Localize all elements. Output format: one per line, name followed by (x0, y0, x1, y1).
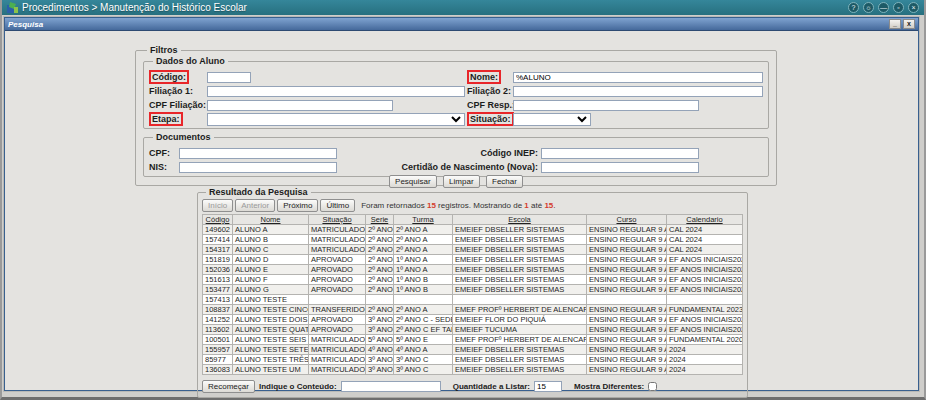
table-cell (309, 295, 366, 305)
table-cell: EF ANOS INICIAIS2023 (667, 315, 743, 325)
table-cell: MATRICULADO (309, 225, 366, 235)
recomecar-button[interactable]: Recomeçar (202, 380, 255, 393)
table-cell: CAL 2024 (667, 245, 743, 255)
table-cell: EMEIEF DBSELLER SISTEMAS (453, 225, 587, 235)
window-close-button[interactable]: x (903, 19, 915, 29)
table-cell: ALUNO TESTE CINCO (233, 305, 309, 315)
table-row[interactable]: 85977ALUNO TESTE TRÊSMATRICULADO3º ANO3º… (203, 355, 743, 365)
table-cell: EMEF PROFº HERBERT DE ALENCAR (453, 335, 587, 345)
table-cell: ENSINO REGULAR 9 ANOS (587, 285, 667, 295)
window-minimize-button[interactable]: _ (889, 19, 901, 29)
table-cell: MATRICULADO (309, 365, 366, 375)
help-icon[interactable]: ? (848, 2, 859, 13)
table-cell: 2º ANO A (394, 245, 453, 255)
resultado-legend: Resultado da Pesquisa (206, 187, 311, 197)
table-row[interactable]: 157413ALUNO TESTE (203, 295, 743, 305)
column-header-link[interactable]: Serie (371, 215, 389, 224)
table-row[interactable]: 155957ALUNO TESTE SETEMATRICULADO4º ANO4… (203, 345, 743, 355)
table-cell: ALUNO F (233, 275, 309, 285)
results-to: 15 (544, 201, 553, 210)
mostra-diferentes-checkbox[interactable] (648, 382, 657, 391)
table-cell: EMEIEF DBSELLER SISTEMAS (453, 365, 587, 375)
table-row[interactable]: 151819ALUNO DAPROVADO2º ANO1º ANO AEMEIE… (203, 255, 743, 265)
column-header-link[interactable]: Nome (260, 215, 280, 224)
inicio-button[interactable]: Início (202, 199, 233, 212)
table-cell (667, 295, 743, 305)
table-row[interactable]: 100501ALUNO TESTE SEISMATRICULADO5º ANO5… (203, 335, 743, 345)
results-table: CódigoNomeSituaçãoSerieTurmaEscolaCursoC… (202, 214, 743, 375)
table-cell: ALUNO TESTE (233, 295, 309, 305)
table-row[interactable]: 151613ALUNO FAPROVADO2º ANO1º ANO BEMEIE… (203, 275, 743, 285)
table-row[interactable]: 157414ALUNO BMATRICULADO2º ANO2º ANO AEM… (203, 235, 743, 245)
table-cell: FUNDAMENTAL 2020 (667, 335, 743, 345)
table-cell: 2º ANO A (394, 235, 453, 245)
table-row[interactable]: 113602ALUNO TESTE QUATROAPROVADO3º ANO2º… (203, 325, 743, 335)
table-row[interactable]: 149602ALUNO AMATRICULADO2º ANO2º ANO AEM… (203, 225, 743, 235)
filtros-fieldset: Filtros Dados do Aluno Código: Nome: Fil… (135, 45, 777, 186)
table-cell: EF ANOS INICIAIS2023 (667, 275, 743, 285)
column-header-link[interactable]: Curso (616, 215, 636, 224)
column-header: Escola (453, 215, 587, 225)
ultimo-button[interactable]: Último (320, 199, 355, 212)
table-cell: MATRICULADO (309, 345, 366, 355)
table-cell: 3º ANO (366, 365, 394, 375)
table-row[interactable]: 136083ALUNO TESTE UMMATRICULADO3º ANO3º … (203, 365, 743, 375)
column-header: Código (203, 215, 233, 225)
table-cell: ALUNO D (233, 255, 309, 265)
table-cell: APROVADO (309, 315, 366, 325)
table-cell: EMEIEF DBSELLER SISTEMAS (453, 285, 587, 295)
column-header-link[interactable]: Situação (322, 215, 351, 224)
indique-conteudo-input[interactable] (341, 381, 441, 392)
quantidade-listar-input[interactable] (534, 381, 562, 392)
table-cell: ALUNO C (233, 245, 309, 255)
table-cell: ALUNO TESTE TRÊS (233, 355, 309, 365)
mostra-diferentes-label: Mostra Diferentes: (574, 382, 644, 391)
table-cell: APROVADO (309, 275, 366, 285)
table-cell: 3º ANO C (394, 355, 453, 365)
proximo-button[interactable]: Próximo (277, 199, 318, 212)
column-header-link[interactable]: Escola (508, 215, 531, 224)
table-row[interactable]: 141252ALUNO TESTE DOISAPROVADO3º ANO2º A… (203, 315, 743, 325)
table-cell: APROVADO (309, 285, 366, 295)
table-cell: ALUNO TESTE SETE (233, 345, 309, 355)
anterior-button[interactable]: Anterior (235, 199, 275, 212)
etapa-select[interactable] (207, 113, 465, 126)
column-header-link[interactable]: Código (206, 215, 230, 224)
table-row[interactable]: 153477ALUNO GAPROVADO2º ANO1º ANO BEMEIE… (203, 285, 743, 295)
dados-do-aluno-fieldset: Dados do Aluno Código: Nome: Filiação 1:… (143, 56, 769, 129)
column-header-link[interactable]: Calendario (686, 215, 722, 224)
topbar-controls: ? ☼ — ▫ × (848, 2, 919, 13)
table-cell: 151613 (203, 275, 233, 285)
results-footer: Recomeçar Indique o Conteúdo: Quantidade… (202, 379, 743, 393)
table-cell: APROVADO (309, 255, 366, 265)
table-cell: 3º ANO (366, 325, 394, 335)
minimize-icon[interactable]: — (878, 2, 889, 13)
table-cell: EMEIEF DBSELLER SISTEMAS (453, 345, 587, 355)
column-header: Curso (587, 215, 667, 225)
table-cell: 2024 (667, 365, 743, 375)
table-cell: 1º ANO B (394, 275, 453, 285)
column-header: Turma (394, 215, 453, 225)
pesquisa-titlebar[interactable]: Pesquisa _ x (5, 18, 918, 31)
table-cell: 3º ANO C (394, 365, 453, 375)
table-row[interactable]: 154317ALUNO CMATRICULADO2º ANO2º ANO AEM… (203, 245, 743, 255)
table-cell: ENSINO REGULAR 9 ANOS (587, 345, 667, 355)
table-cell: EMEIEF DBSELLER SISTEMAS (453, 355, 587, 365)
table-cell (394, 295, 453, 305)
pagination-row: Início Anterior Próximo Último Foram ret… (202, 198, 743, 212)
close-icon[interactable]: × (908, 2, 919, 13)
table-cell: APROVADO (309, 325, 366, 335)
table-row[interactable]: 108837ALUNO TESTE CINCOTRANSFERIDO FORA2… (203, 305, 743, 315)
column-header-link[interactable]: Turma (412, 215, 433, 224)
table-cell (587, 295, 667, 305)
table-cell: 2º ANO C - SEDE (394, 315, 453, 325)
table-cell: ALUNO A (233, 225, 309, 235)
table-row[interactable]: 152036ALUNO EAPROVADO2º ANO1º ANO AEMEIE… (203, 265, 743, 275)
table-cell: ENSINO REGULAR 9 ANOS (587, 325, 667, 335)
table-cell: ENSINO REGULAR 9 ANOS (587, 335, 667, 345)
restore-icon[interactable]: ▫ (893, 2, 904, 13)
settings-icon[interactable]: ☼ (863, 2, 874, 13)
situacao-select[interactable] (513, 113, 591, 126)
table-cell: EF ANOS INICIAIS2023 (667, 265, 743, 275)
table-cell: CAL 2024 (667, 225, 743, 235)
